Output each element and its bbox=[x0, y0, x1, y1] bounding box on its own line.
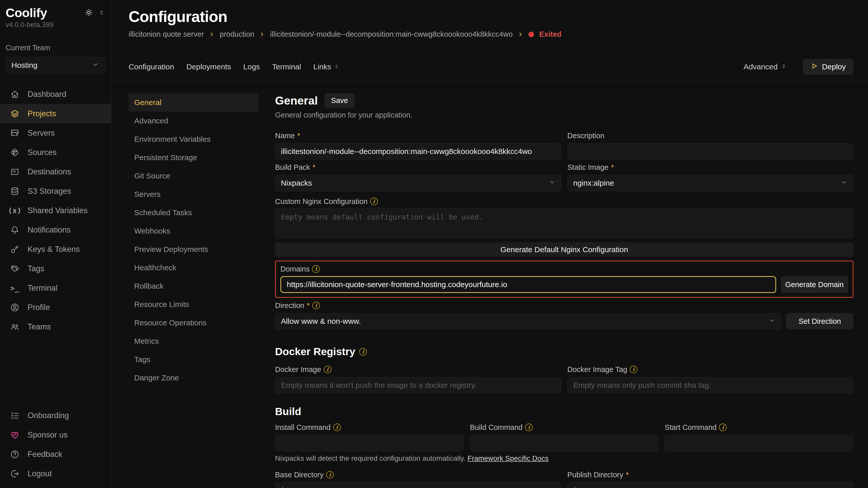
subnav-item-metrics[interactable]: Metrics bbox=[129, 332, 259, 350]
subnav-item-advanced[interactable]: Advanced bbox=[129, 112, 259, 130]
breadcrumb-application[interactable]: illicitestonion/-module--decomposition:m… bbox=[270, 30, 513, 38]
framework-docs-link[interactable]: Framework Specific Docs bbox=[467, 454, 548, 462]
subnav-item-scheduled-tasks[interactable]: Scheduled Tasks bbox=[129, 203, 259, 222]
checklist-icon bbox=[10, 411, 20, 421]
info-icon[interactable]: i bbox=[719, 423, 727, 431]
generate-nginx-button[interactable]: Generate Default Nginx Configuration bbox=[275, 242, 854, 257]
sidebar-item-keys-tokens[interactable]: Keys & Tokens bbox=[0, 240, 111, 259]
map-icon bbox=[10, 167, 20, 177]
sidebar-item-sponsor[interactable]: Sponsor us bbox=[0, 425, 111, 445]
play-icon bbox=[810, 62, 818, 72]
nixpacks-note: Nixpacks will detect the required config… bbox=[275, 454, 854, 462]
sidebar-item-notifications[interactable]: Notifications bbox=[0, 220, 111, 240]
tab-configuration[interactable]: Configuration bbox=[129, 62, 174, 71]
field-publish-directory: Publish Directory* bbox=[567, 470, 854, 488]
subnav-item-tags[interactable]: Tags bbox=[129, 350, 259, 369]
sidebar-spacer bbox=[0, 336, 111, 406]
tab-logs[interactable]: Logs bbox=[243, 62, 260, 71]
breadcrumb-environment[interactable]: production bbox=[220, 30, 254, 38]
info-icon[interactable]: i bbox=[630, 366, 637, 373]
deploy-button[interactable]: Deploy bbox=[803, 59, 854, 75]
sidebar-item-label: Feedback bbox=[28, 450, 62, 459]
sidebar: Coolify v4.0.0-beta.399 bbox=[0, 0, 111, 488]
sidebar-item-projects[interactable]: Projects bbox=[0, 104, 111, 123]
start-command-input[interactable] bbox=[665, 435, 854, 451]
info-icon[interactable]: i bbox=[312, 265, 320, 273]
sidebar-item-tags[interactable]: Tags bbox=[0, 259, 111, 279]
set-direction-button[interactable]: Set Direction bbox=[786, 313, 854, 329]
sidebar-item-label: Onboarding bbox=[28, 411, 69, 420]
app-logo[interactable]: Coolify bbox=[6, 6, 47, 20]
save-button[interactable]: Save bbox=[324, 93, 355, 108]
publish-directory-input[interactable] bbox=[567, 482, 854, 488]
heart-hands-icon bbox=[10, 430, 20, 440]
field-docker-image-tag: Docker Image Tagi bbox=[567, 365, 854, 393]
info-icon[interactable]: i bbox=[333, 423, 341, 431]
sidebar-item-terminal[interactable]: >_ Terminal bbox=[0, 279, 111, 298]
direction-select[interactable]: Allow www & non-www. bbox=[275, 313, 781, 329]
team-select[interactable]: Hosting bbox=[6, 57, 105, 73]
sidebar-header: Coolify v4.0.0-beta.399 bbox=[0, 0, 111, 73]
sidebar-item-dashboard[interactable]: Dashboard bbox=[0, 85, 111, 104]
build-command-input[interactable] bbox=[470, 435, 659, 451]
subnav-item-webhooks[interactable]: Webhooks bbox=[129, 222, 259, 240]
sidebar-item-teams[interactable]: Teams bbox=[0, 317, 111, 336]
info-icon[interactable]: i bbox=[359, 348, 367, 356]
tab-links[interactable]: Links bbox=[313, 62, 339, 71]
docker-registry-section: Docker Registry i Docker Imagei Docker I… bbox=[275, 346, 854, 393]
custom-nginx-textarea[interactable] bbox=[275, 208, 854, 239]
terminal-icon: >_ bbox=[10, 283, 20, 293]
sidebar-item-label: Profile bbox=[28, 303, 50, 312]
tabbar: Configuration Deployments Logs Terminal … bbox=[129, 59, 854, 81]
name-input[interactable] bbox=[275, 143, 561, 160]
build-pack-select[interactable]: Nixpacks bbox=[275, 175, 561, 191]
breadcrumb-project[interactable]: illicitonion quote server bbox=[129, 30, 204, 38]
subnav-item-resource-limits[interactable]: Resource Limits bbox=[129, 295, 259, 314]
tab-deployments[interactable]: Deployments bbox=[186, 62, 231, 71]
build-section: Build Install Commandi Build Commandi St… bbox=[275, 405, 854, 488]
subnav-item-git-source[interactable]: Git Source bbox=[129, 167, 259, 185]
user-circle-icon bbox=[10, 302, 20, 313]
subnav-item-preview-deployments[interactable]: Preview Deployments bbox=[129, 240, 259, 259]
generate-domain-button[interactable]: Generate Domain bbox=[781, 276, 848, 293]
domains-input[interactable] bbox=[280, 276, 776, 293]
docker-image-input[interactable] bbox=[275, 377, 561, 393]
sidebar-item-destinations[interactable]: Destinations bbox=[0, 162, 111, 182]
sidebar-item-profile[interactable]: Profile bbox=[0, 298, 111, 317]
sidebar-collapse-icon[interactable] bbox=[98, 9, 105, 16]
subnav-item-rollback[interactable]: Rollback bbox=[129, 277, 259, 295]
info-icon[interactable]: i bbox=[326, 471, 334, 479]
description-input[interactable] bbox=[567, 143, 854, 160]
subnav-item-resource-operations[interactable]: Resource Operations bbox=[129, 314, 259, 332]
sidebar-item-label: Shared Variables bbox=[28, 206, 88, 215]
base-directory-input[interactable] bbox=[275, 482, 561, 488]
sidebar-item-s3-storages[interactable]: S3 Storages bbox=[0, 182, 111, 201]
install-command-input[interactable] bbox=[275, 435, 464, 451]
chevron-down-icon bbox=[549, 179, 555, 187]
subnav-item-environment-variables[interactable]: Environment Variables bbox=[129, 130, 259, 149]
logout-icon bbox=[10, 468, 20, 479]
subnav-item-general[interactable]: General bbox=[129, 93, 259, 112]
field-static-image: Static Image* nginx:alpine bbox=[567, 163, 854, 191]
sidebar-item-onboarding[interactable]: Onboarding bbox=[0, 406, 111, 425]
subnav-item-healthcheck[interactable]: Healthcheck bbox=[129, 259, 259, 277]
docker-image-tag-input[interactable] bbox=[567, 377, 854, 393]
info-icon[interactable]: i bbox=[525, 423, 533, 431]
theme-toggle-icon[interactable] bbox=[85, 8, 93, 17]
sidebar-item-feedback[interactable]: Feedback bbox=[0, 445, 111, 464]
static-image-select[interactable]: nginx:alpine bbox=[567, 175, 854, 191]
sidebar-item-shared-variables[interactable]: (x) Shared Variables bbox=[0, 201, 111, 220]
sidebar-item-sources[interactable]: Sources bbox=[0, 143, 111, 162]
field-build-command: Build Commandi bbox=[470, 423, 659, 451]
subnav-item-danger-zone[interactable]: Danger Zone bbox=[129, 369, 259, 387]
sidebar-item-logout[interactable]: Logout bbox=[0, 464, 111, 483]
advanced-dropdown[interactable]: Advanced bbox=[743, 62, 786, 71]
sidebar-item-servers[interactable]: Servers bbox=[0, 123, 111, 143]
info-icon[interactable]: i bbox=[312, 302, 320, 309]
subnav-item-persistent-storage[interactable]: Persistent Storage bbox=[129, 149, 259, 167]
subnav-item-servers[interactable]: Servers bbox=[129, 185, 259, 203]
info-icon[interactable]: i bbox=[324, 366, 332, 373]
info-icon[interactable]: i bbox=[370, 198, 378, 205]
tab-terminal[interactable]: Terminal bbox=[272, 62, 301, 71]
section-subtitle: General configuration for your applicati… bbox=[275, 111, 854, 119]
